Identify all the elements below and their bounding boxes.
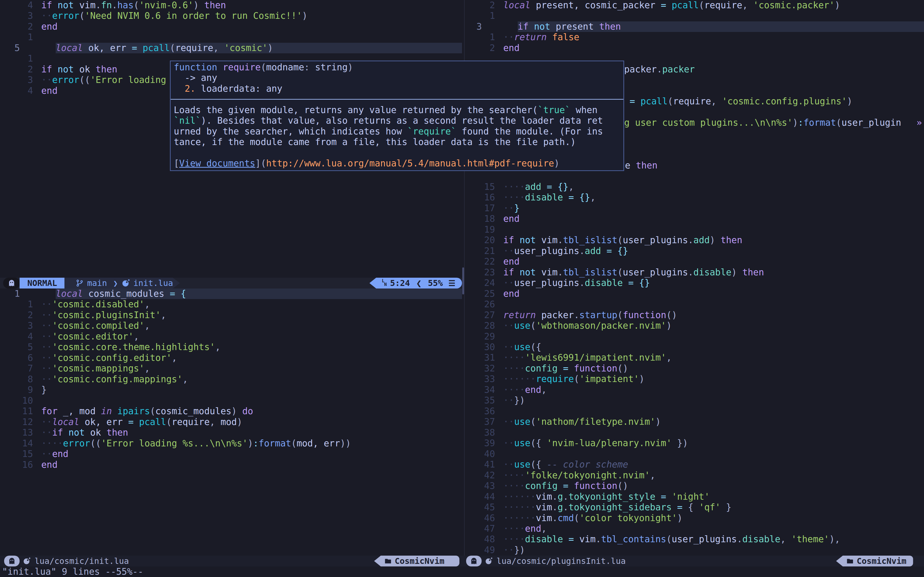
code-token: fn (101, 0, 112, 10)
code-line[interactable]: 16end (0, 459, 462, 470)
code-line[interactable]: 40 (462, 449, 924, 459)
code-line[interactable]: 19 (462, 224, 924, 235)
code-line[interactable]: 4if not vim.fn.has('nvim-0.6') then (0, 0, 462, 11)
line-number: 38 (462, 427, 503, 438)
line-wrap-marker: » (916, 118, 922, 128)
code-line[interactable]: 15··end (0, 449, 462, 459)
code-line[interactable]: 1 (462, 11, 924, 21)
code-token: ) (268, 43, 273, 53)
code-line[interactable]: 31····'lewis6991/impatient.nvim', (462, 352, 924, 363)
code-line[interactable]: 1local cosmic_modules = { (0, 288, 462, 299)
ghost-icon (8, 557, 16, 565)
code-line[interactable]: 6··'cosmic.config.editor', (0, 353, 462, 363)
line-number: 44 (462, 492, 503, 502)
line-number: 19 (462, 224, 503, 235)
code-line[interactable]: 2··'cosmic.pluginsInit', (0, 310, 462, 321)
code-token: = {} (623, 278, 650, 288)
code-line[interactable]: 24··user_plugins.disable = {} (462, 278, 924, 288)
project-badge[interactable]: CosmicNvim (836, 556, 913, 566)
filename-label[interactable]: init.lua (133, 278, 173, 288)
code-line[interactable]: 30··use({ (462, 342, 924, 352)
code-line[interactable]: 14····error(('Error loading %s...\n\n%s'… (0, 438, 462, 449)
code-line[interactable]: 17··} (462, 203, 924, 214)
code-line[interactable]: 2local present, cosmic_packer = pcall(re… (462, 0, 924, 11)
project-badge[interactable]: CosmicNvim (374, 556, 459, 566)
code-line[interactable]: 20if not vim.tbl_islist(user_plugins.add… (462, 235, 924, 245)
code-line[interactable]: 46······vim.cmd('color tokyonight') (462, 513, 924, 524)
code-line[interactable]: 3··'cosmic.compiled', (0, 321, 462, 331)
line-number: 14 (0, 438, 41, 449)
code-line[interactable]: 37··use('nathom/filetype.nvim') (462, 416, 924, 427)
code-line[interactable]: 43····config = function() (462, 481, 924, 491)
code-line[interactable]: 44······vim.g.tokyonight_style = 'night' (462, 492, 924, 502)
code-line[interactable]: 11for _, mod in ipairs(cosmic_modules) d… (0, 406, 462, 416)
git-branch-label[interactable]: main (87, 278, 107, 288)
code-token: use (514, 459, 530, 470)
code-line[interactable]: 1··return false (462, 32, 924, 42)
code-line[interactable]: 34····end, (462, 385, 924, 395)
code-line[interactable]: 9} (0, 385, 462, 395)
code-line[interactable]: 3if not present then (462, 21, 924, 32)
code-line[interactable]: 28··use('wbthomason/packer.nvim') (462, 321, 924, 331)
code-line[interactable]: 38 (462, 427, 924, 438)
code-line[interactable]: 2end (0, 21, 462, 32)
scrollbar-thumb[interactable] (462, 268, 464, 295)
code-line[interactable]: 22end (462, 256, 924, 267)
code-line[interactable] (462, 171, 924, 182)
code-line[interactable]: 45······vim.g.tokyonight_sidebars = { 'q… (462, 502, 924, 513)
code-token: ···· (503, 352, 525, 363)
code-line[interactable]: 25end (462, 288, 924, 299)
code-token: ······ (503, 513, 536, 523)
code-line[interactable]: 5local ok, err = pcall(require, 'cosmic'… (0, 43, 462, 53)
code-token: }) (672, 438, 688, 448)
code-token: `nil` (174, 115, 201, 126)
code-line[interactable]: 35··}) (462, 395, 924, 406)
code-token: . (737, 534, 742, 544)
code-line[interactable]: 48····disable = vim.tbl_contains(user_pl… (462, 534, 924, 545)
code-line[interactable]: 12··local ok, err = pcall(require, mod) (0, 417, 462, 427)
code-token: = (655, 492, 672, 502)
code-token: 'nvim-0.6' (139, 0, 193, 10)
code-token: end (525, 385, 541, 395)
cursor-position-segment: LN 5:24 ❮ 55% ☰ (370, 278, 462, 288)
code-line[interactable]: 4··'cosmic.editor', (0, 331, 462, 342)
editor-pane-cosmic-init-lua[interactable]: 1local cosmic_modules = {1··'cosmic.disa… (0, 288, 462, 556)
code-token: when (570, 105, 597, 115)
code-line[interactable]: 23if not vim.tbl_islist(user_plugins.dis… (462, 267, 924, 278)
code-line[interactable]: 27return packer.startup(function() (462, 310, 924, 321)
code-line[interactable]: 13··if not ok then (0, 427, 462, 438)
file-path[interactable]: lua/cosmic/pluginsInit.lua (496, 556, 626, 566)
command-line-message[interactable]: "init.lua" 9 lines --55%-- (2, 566, 143, 577)
line-number: 1 (0, 32, 41, 42)
code-line[interactable]: 41··use({ -- color scheme (462, 459, 924, 470)
code-line[interactable]: 1··'cosmic.disabled', (0, 299, 462, 309)
code-line[interactable]: 47····end, (462, 524, 924, 534)
code-line[interactable]: 3··error('Need NVIM 0.6 in order to run … (0, 11, 462, 21)
code-line[interactable]: 5··'cosmic.core.theme.highlights', (0, 342, 462, 352)
code-line[interactable]: 7··'cosmic.mappings', (0, 363, 462, 374)
line-number: 21 (462, 246, 503, 256)
code-line[interactable]: 18end (462, 214, 924, 224)
code-token: then (594, 21, 621, 32)
code-line[interactable]: 49··}) (462, 545, 924, 555)
line-number: 4 (0, 85, 41, 96)
code-line[interactable]: 15····add = {}, (462, 182, 924, 192)
code-token: vim (79, 0, 96, 10)
code-token: ( (134, 0, 139, 10)
code-line[interactable]: 8··'cosmic.config.mappings', (0, 374, 462, 385)
code-line[interactable]: 26 (462, 299, 924, 309)
code-line[interactable]: 21··user_plugins.add = {} (462, 246, 924, 256)
code-line[interactable]: 33······require('impatient') (462, 374, 924, 384)
code-line[interactable]: 1 (0, 32, 462, 42)
file-path[interactable]: lua/cosmic/init.lua (34, 556, 129, 566)
code-line[interactable]: 32····config = function() (462, 363, 924, 374)
code-line[interactable]: 10 (0, 395, 462, 406)
code-token: for (41, 406, 63, 416)
code-line[interactable]: 39··use({ 'nvim-lua/plenary.nvim' }) (462, 438, 924, 448)
code-line[interactable]: 29 (462, 331, 924, 342)
code-token: vim (579, 534, 596, 544)
code-line[interactable]: 16····disable = {}, (462, 192, 924, 203)
code-line[interactable]: 36 (462, 406, 924, 416)
code-line[interactable]: 42····'folke/tokyonight.nvim', (462, 470, 924, 481)
code-line[interactable]: 2end (462, 43, 924, 53)
